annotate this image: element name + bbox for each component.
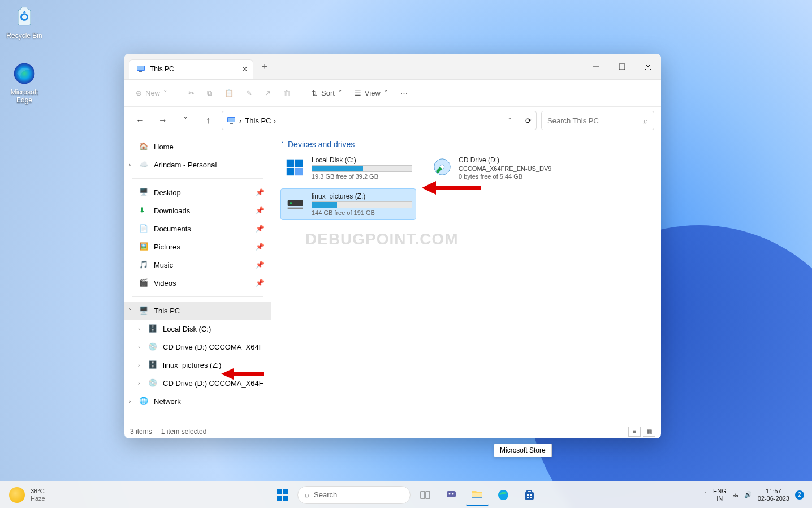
- sidebar-item-cd-drive-d[interactable]: ›💿CD Drive (D:) CCCOMA_X64FRE_EN-US_: [124, 338, 271, 356]
- refresh-button[interactable]: ⟳: [525, 117, 532, 125]
- recent-button[interactable]: ˅: [176, 111, 195, 130]
- file-explorer-button[interactable]: [466, 484, 489, 506]
- chevron-right-icon[interactable]: ›: [138, 344, 140, 350]
- sidebar-item-music[interactable]: 🎵Music📌: [124, 256, 271, 274]
- chevron-down-icon: ˅: [384, 89, 388, 97]
- separator: [301, 87, 301, 100]
- svg-rect-22: [283, 489, 288, 494]
- new-button[interactable]: ⊕New˅: [131, 84, 172, 102]
- sidebar-item-this-pc[interactable]: ˅🖥️This PC: [124, 302, 271, 320]
- tray-overflow-button[interactable]: ˄: [704, 491, 707, 498]
- svg-rect-12: [287, 160, 294, 167]
- svg-rect-4: [139, 71, 142, 72]
- breadcrumb[interactable]: This PC›: [245, 117, 276, 125]
- taskbar-weather[interactable]: 38°C Haze: [0, 487, 45, 503]
- drive-free-text: 19.3 GB free of 39.2 GB: [312, 173, 412, 180]
- annotation-arrow-1: [422, 179, 484, 196]
- edge-button[interactable]: [492, 484, 515, 506]
- chevron-right-icon[interactable]: ›: [138, 380, 140, 386]
- cut-button[interactable]: ✂: [184, 84, 199, 102]
- maximize-button[interactable]: [609, 54, 635, 80]
- details-view-button[interactable]: ≡: [628, 427, 641, 437]
- sidebar-item-label: Documents: [154, 225, 191, 233]
- new-label: New: [145, 89, 160, 97]
- language-indicator[interactable]: ENGIN: [713, 488, 727, 502]
- view-button[interactable]: ☰View˅: [350, 84, 392, 102]
- search-input[interactable]: Search This PC ⌕: [541, 111, 654, 130]
- svg-rect-21: [277, 489, 282, 494]
- tiles-view-button[interactable]: ▦: [643, 427, 655, 437]
- lang-secondary: IN: [713, 495, 727, 502]
- forward-button[interactable]: →: [154, 111, 172, 130]
- chevron-down-icon[interactable]: ˅: [129, 308, 132, 314]
- tab-this-pc[interactable]: This PC ✕: [129, 59, 253, 79]
- network-icon[interactable]: 🖧: [732, 492, 738, 498]
- delete-button[interactable]: 🗑: [279, 84, 295, 102]
- task-view-button[interactable]: [414, 484, 437, 506]
- tab-title: This PC: [150, 65, 174, 73]
- drive-icon: 🗄️: [148, 324, 157, 333]
- rename-button[interactable]: ✎: [241, 84, 257, 102]
- sort-button[interactable]: ⇅Sort˅: [307, 84, 347, 102]
- chevron-right-icon[interactable]: ›: [129, 398, 131, 404]
- sidebar-item-videos[interactable]: 🎬Videos📌: [124, 274, 271, 292]
- view-icon: ☰: [355, 89, 361, 97]
- lang-primary: ENG: [713, 488, 727, 495]
- sidebar-item-home[interactable]: 🏠Home: [124, 137, 271, 156]
- desktop-icon-recycle-bin[interactable]: Recycle Bin: [3, 5, 45, 40]
- section-devices-drives[interactable]: ˅Devices and drives: [280, 140, 652, 149]
- window-controls: [583, 54, 661, 80]
- notification-badge[interactable]: 2: [795, 490, 804, 500]
- sidebar-item-label: Downloads: [154, 206, 190, 215]
- chat-button[interactable]: [440, 484, 463, 506]
- clipboard-icon: 📋: [224, 89, 234, 97]
- svg-rect-15: [295, 168, 303, 175]
- chevron-right-icon: ›: [239, 117, 241, 125]
- clock[interactable]: 11:5702-06-2023: [758, 488, 789, 502]
- chevron-right-icon[interactable]: ›: [138, 362, 140, 368]
- svg-rect-35: [527, 494, 529, 496]
- chevron-down-icon[interactable]: ˅: [508, 117, 512, 125]
- rename-icon: ✎: [246, 89, 252, 97]
- pin-icon: 📌: [256, 206, 264, 214]
- minimize-button[interactable]: [583, 54, 609, 80]
- pin-icon: 📌: [256, 279, 264, 287]
- content-pane: ˅Devices and drives Local Disk (C:) 19.3…: [271, 134, 661, 424]
- close-button[interactable]: [635, 54, 661, 80]
- store-button[interactable]: [518, 484, 541, 506]
- sidebar-item-network[interactable]: ›🌐Network: [124, 392, 271, 410]
- chevron-right-icon[interactable]: ›: [138, 326, 140, 332]
- share-button[interactable]: ↗: [260, 84, 275, 102]
- cd-icon: 💿: [148, 378, 157, 388]
- drive-name: linux_pictures (Z:): [312, 192, 412, 200]
- tab-close-button[interactable]: ✕: [241, 64, 248, 74]
- command-bar: ⊕New˅ ✂ ⧉ 📋 ✎ ↗ 🗑 ⇅Sort˅ ☰View˅ ⋯: [124, 80, 661, 107]
- desktop-icon-edge[interactable]: Microsoft Edge: [3, 61, 45, 104]
- start-button[interactable]: [271, 484, 294, 506]
- sidebar-item-downloads[interactable]: ⬇Downloads📌: [124, 201, 271, 219]
- taskbar-search[interactable]: ⌕Search: [297, 486, 411, 504]
- drive-linux-pictures-z[interactable]: linux_pictures (Z:) 144 GB free of 191 G…: [280, 188, 416, 220]
- chevron-right-icon[interactable]: ›: [129, 162, 131, 168]
- back-button[interactable]: ←: [131, 111, 149, 130]
- clock-time: 11:57: [758, 488, 789, 495]
- drive-local-disk-c[interactable]: Local Disk (C:) 19.3 GB free of 39.2 GB: [280, 152, 416, 184]
- new-tab-button[interactable]: ＋: [260, 61, 269, 72]
- address-bar[interactable]: › This PC› ˅ ⟳: [222, 111, 537, 130]
- sidebar-item-onedrive[interactable]: ›☁️Arindam - Personal: [124, 156, 271, 174]
- svg-rect-24: [283, 496, 288, 501]
- sidebar-item-local-disk-c[interactable]: ›🗄️Local Disk (C:): [124, 320, 271, 338]
- svg-point-28: [449, 493, 451, 494]
- paste-button[interactable]: 📋: [220, 84, 238, 102]
- up-button[interactable]: ↑: [199, 111, 217, 130]
- more-button[interactable]: ⋯: [396, 84, 412, 102]
- search-icon: ⌕: [643, 117, 648, 125]
- nav-row: ← → ˅ ↑ › This PC› ˅ ⟳ Search This PC ⌕: [124, 107, 661, 134]
- sidebar-item-pictures[interactable]: 🖼️Pictures📌: [124, 238, 271, 256]
- trash-icon: 🗑: [283, 89, 291, 97]
- sidebar-item-documents[interactable]: 📄Documents📌: [124, 219, 271, 238]
- recycle-bin-icon: [12, 5, 37, 29]
- volume-icon[interactable]: 🔊: [744, 491, 752, 498]
- sidebar-item-desktop[interactable]: 🖥️Desktop📌: [124, 183, 271, 201]
- copy-button[interactable]: ⧉: [202, 84, 217, 102]
